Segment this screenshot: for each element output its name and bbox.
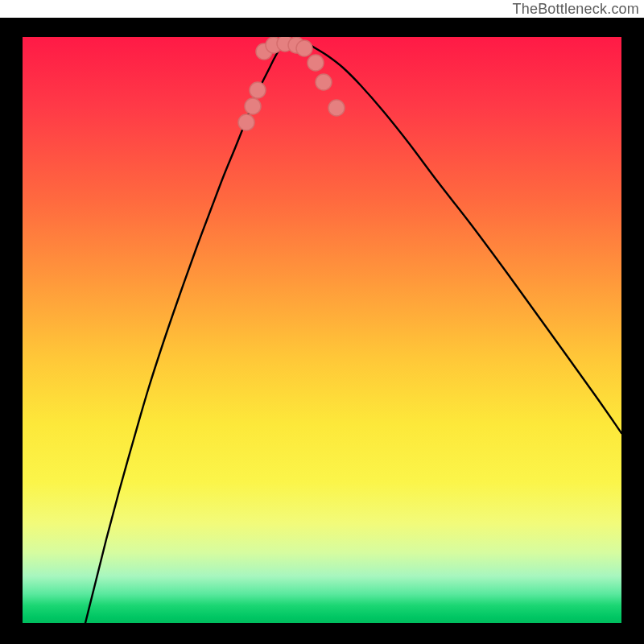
attribution-text: TheBottleneck.com (513, 1, 639, 18)
chart-stage: TheBottleneck.com (0, 0, 644, 644)
attribution-bar: TheBottleneck.com (0, 0, 644, 18)
plot-background (23, 37, 621, 623)
